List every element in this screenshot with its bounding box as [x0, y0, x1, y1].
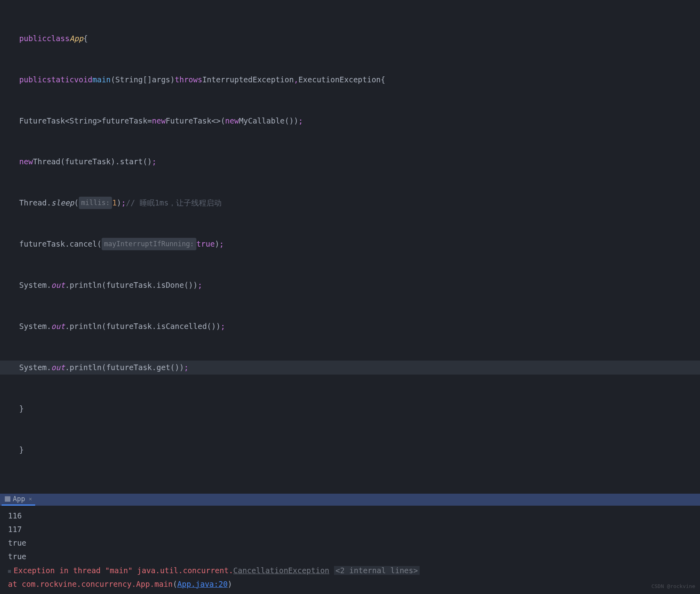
stacktrace-link[interactable]: App.java:20	[177, 580, 228, 588]
code-line: public class App {	[19, 31, 700, 45]
code-line: Thread.sleep( millis: 1); // 睡眠1ms，让子线程启…	[19, 196, 700, 210]
run-panel: App × 116 117 true true ⊞Exception in th…	[0, 494, 700, 594]
param-hint: millis:	[79, 197, 112, 209]
console-line: true	[8, 536, 692, 550]
run-config-icon	[5, 496, 10, 502]
console-line: 117	[8, 522, 692, 536]
tab-label: App	[13, 493, 25, 505]
console-line: true	[8, 550, 692, 563]
console-line: 116	[8, 509, 692, 522]
console-stacktrace-line: at com.rockvine.concurrency.App.main(App…	[8, 577, 692, 591]
console-error-line: ⊞Exception in thread "main" java.util.co…	[8, 564, 692, 577]
param-hint: mayInterruptIfRunning:	[102, 238, 196, 250]
code-line: System.out.println(futureTask.isDone());	[19, 278, 700, 292]
expand-icon[interactable]: ⊞	[8, 567, 14, 576]
code-line: }	[19, 402, 700, 416]
code-line: public static void main(String[] args) t…	[19, 72, 700, 86]
code-line: FutureTask<String> futureTask = new Futu…	[19, 114, 700, 128]
code-line: new Thread(futureTask).start();	[19, 155, 700, 169]
watermark: CSDN @rockvine	[651, 582, 695, 591]
code-line-current: System.out.println(futureTask.get());	[0, 361, 700, 375]
run-tab-app[interactable]: App ×	[2, 494, 35, 506]
close-icon[interactable]: ×	[29, 494, 32, 504]
code-line: System.out.println(futureTask.isCancelle…	[19, 319, 700, 333]
code-line: }	[19, 443, 700, 457]
console-output[interactable]: 116 117 true true ⊞Exception in thread "…	[0, 506, 700, 594]
internal-lines-fold[interactable]: <2 internal lines>	[334, 566, 420, 575]
run-tab-bar: App ×	[0, 494, 700, 506]
code-line: futureTask.cancel( mayInterruptIfRunning…	[19, 237, 700, 251]
